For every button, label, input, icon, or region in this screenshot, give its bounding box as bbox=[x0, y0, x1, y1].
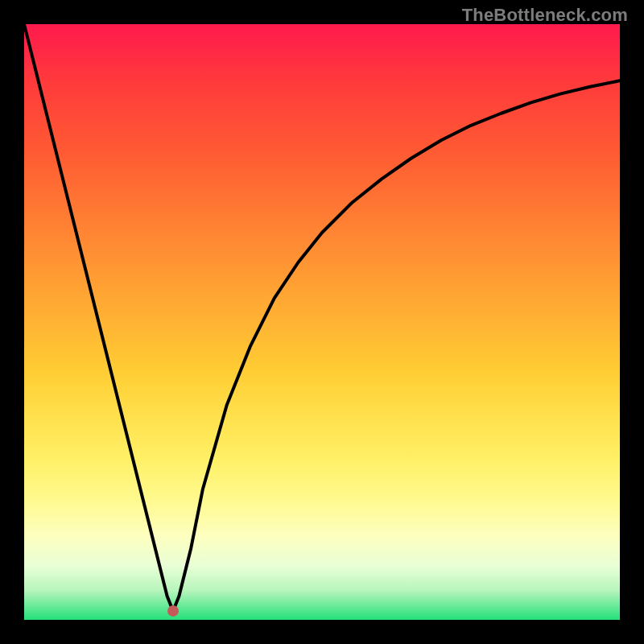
curve-path bbox=[24, 24, 620, 611]
minimum-marker bbox=[167, 605, 179, 617]
watermark-text: TheBottleneck.com bbox=[462, 5, 628, 26]
plot-area bbox=[24, 24, 620, 620]
chart-frame: TheBottleneck.com bbox=[0, 0, 644, 644]
bottleneck-curve bbox=[24, 24, 620, 620]
